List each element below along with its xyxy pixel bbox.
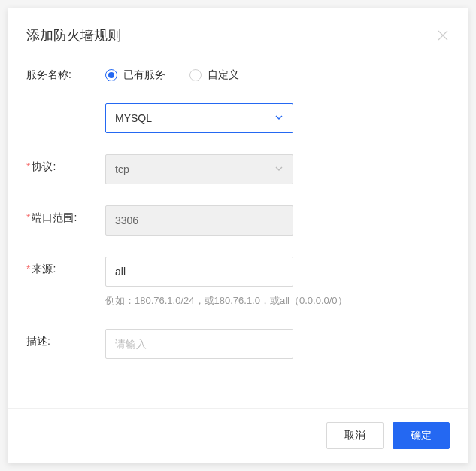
label-description: 描述:	[26, 329, 105, 348]
modal-body: 服务名称: 已有服务 自定义 MYSQL	[8, 44, 468, 359]
modal-header: 添加防火墙规则	[8, 8, 468, 44]
description-input-wrapper[interactable]	[105, 329, 293, 359]
service-select-value: MYSQL	[115, 112, 152, 124]
row-port-range: 端口范围:	[26, 205, 450, 235]
label-port-range: 端口范围:	[26, 205, 105, 225]
radio-label-custom: 自定义	[208, 68, 239, 82]
chevron-down-icon	[274, 163, 283, 175]
row-protocol: 协议: tcp	[26, 154, 450, 184]
source-hint-text: 例如：180.76.1.0/24，或180.76.1.0，或all（0.0.0.…	[105, 294, 347, 308]
confirm-button[interactable]: 确定	[393, 422, 450, 449]
radio-existing-service[interactable]: 已有服务	[105, 68, 165, 82]
label-source: 来源:	[26, 257, 105, 276]
source-input-wrapper[interactable]	[105, 257, 293, 287]
close-button[interactable]	[436, 26, 450, 44]
row-description: 描述:	[26, 329, 450, 359]
service-type-radio-group: 已有服务 自定义	[105, 62, 450, 82]
radio-label-existing: 已有服务	[123, 68, 165, 82]
close-icon	[438, 30, 448, 41]
chevron-down-icon	[274, 112, 283, 124]
service-select[interactable]: MYSQL	[105, 103, 293, 133]
row-service-select: MYSQL	[26, 103, 450, 133]
radio-circle-unchecked	[189, 69, 202, 81]
port-range-input-wrapper	[105, 205, 293, 235]
modal-title: 添加防火墙规则	[26, 26, 121, 44]
row-source-hint: 例如：180.76.1.0/24，或180.76.1.0，或all（0.0.0.…	[26, 294, 450, 308]
label-empty	[26, 103, 105, 109]
modal-footer: 取消 确定	[8, 408, 468, 463]
add-firewall-rule-modal: 添加防火墙规则 服务名称: 已有服务 自定义	[8, 8, 468, 463]
radio-custom-service[interactable]: 自定义	[189, 68, 239, 82]
label-protocol: 协议:	[26, 154, 105, 174]
row-service-name: 服务名称: 已有服务 自定义	[26, 62, 450, 82]
label-service-name: 服务名称:	[26, 62, 105, 82]
source-input[interactable]	[115, 266, 283, 278]
cancel-button[interactable]: 取消	[326, 422, 384, 449]
protocol-select: tcp	[105, 154, 293, 184]
port-range-input	[115, 214, 283, 226]
description-input[interactable]	[115, 338, 283, 350]
row-source: 来源:	[26, 257, 450, 287]
radio-circle-checked	[105, 69, 117, 81]
protocol-select-value: tcp	[115, 163, 129, 175]
